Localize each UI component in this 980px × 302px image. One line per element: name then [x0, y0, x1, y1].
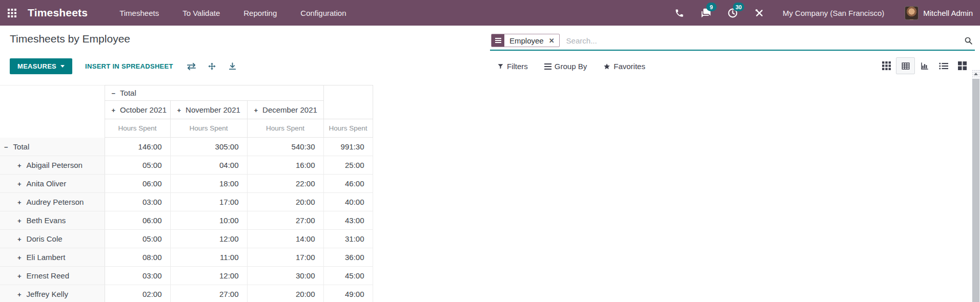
expand-icon[interactable]: + — [17, 217, 22, 225]
flip-axis-icon[interactable] — [187, 61, 197, 72]
grid-icon — [8, 9, 16, 17]
col-header-november[interactable]: +November 2021 — [170, 101, 247, 119]
row-header-employee[interactable]: +Audrey Peterson — [0, 193, 105, 211]
page-title: Timesheets by Employee — [10, 33, 130, 45]
cell: 16:00 — [247, 156, 323, 175]
filters-label: Filters — [507, 62, 528, 71]
activities-badge: 30 — [733, 3, 744, 11]
menu-to-validate[interactable]: To Validate — [182, 9, 220, 17]
table-row: +Ernest Reed 03:00 12:00 30:00 45:00 — [0, 267, 373, 285]
pivot-toolbar: MEASURES INSERT IN SPREADSHEET — [10, 58, 238, 74]
cell: 06:00 — [105, 211, 170, 230]
cell: 17:00 — [247, 248, 323, 267]
cell: 27:00 — [247, 211, 323, 230]
app-brand[interactable]: Timesheets — [28, 7, 88, 19]
user-menu[interactable]: Mitchell Admin — [905, 6, 973, 20]
expand-icon[interactable]: + — [17, 254, 22, 262]
menu-timesheets[interactable]: Timesheets — [119, 9, 159, 17]
developer-tools-icon[interactable] — [753, 6, 766, 19]
expand-all-icon[interactable] — [207, 61, 217, 72]
menu-reporting[interactable]: Reporting — [243, 9, 277, 17]
apps-menu-icon[interactable] — [0, 0, 24, 26]
group-by-bars-icon — [544, 63, 552, 70]
measure-header[interactable]: Hours Spent — [247, 119, 323, 138]
facet-remove-icon[interactable]: ✕ — [548, 34, 559, 47]
col-header-december[interactable]: +December 2021 — [247, 101, 323, 119]
view-pivot-button[interactable] — [896, 57, 915, 74]
voip-phone-icon[interactable] — [673, 6, 686, 19]
search-options: Filters Group By Favorites — [497, 58, 645, 74]
menu-configuration[interactable]: Configuration — [300, 9, 346, 17]
view-grid-button[interactable] — [877, 57, 896, 74]
expand-icon[interactable]: + — [17, 180, 22, 188]
measures-button[interactable]: MEASURES — [10, 58, 72, 74]
group-by-menu[interactable]: Group By — [544, 62, 587, 71]
table-row: +Beth Evans 06:00 10:00 27:00 43:00 — [0, 211, 373, 230]
collapse-icon[interactable]: − — [112, 90, 116, 97]
company-selector[interactable]: My Company (San Francisco) — [783, 9, 884, 17]
cell: 46:00 — [323, 175, 373, 193]
expand-icon[interactable]: + — [17, 162, 22, 169]
vertical-scrollbar[interactable] — [972, 70, 980, 302]
pivot-corner-cell — [0, 85, 105, 138]
table-row: +Anita Oliver 06:00 18:00 22:00 46:00 — [0, 175, 373, 193]
expand-icon[interactable]: + — [254, 106, 258, 114]
top-nav: Timesheets Timesheets To Validate Report… — [0, 0, 980, 26]
row-header-total[interactable]: −Total — [0, 138, 105, 156]
expand-icon[interactable]: + — [17, 199, 22, 206]
groupby-facet-employee[interactable]: Employee ✕ — [491, 34, 560, 47]
groupby-bars-icon — [492, 34, 504, 47]
row-header-employee[interactable]: +Eli Lambert — [0, 248, 105, 267]
chevron-down-icon — [60, 65, 65, 68]
measure-header[interactable]: Hours Spent — [170, 119, 247, 138]
filters-menu[interactable]: Filters — [497, 62, 528, 71]
row-header-employee[interactable]: +Ernest Reed — [0, 267, 105, 285]
expand-icon[interactable]: + — [112, 106, 116, 114]
col-header-october[interactable]: +October 2021 — [105, 101, 170, 119]
cell: 540:30 — [247, 138, 323, 156]
cell: 991:30 — [323, 138, 373, 156]
view-list-button[interactable] — [934, 57, 953, 74]
messages-icon[interactable]: 9 — [700, 6, 713, 19]
scroll-up-arrow[interactable] — [972, 70, 980, 78]
row-header-employee[interactable]: +Beth Evans — [0, 211, 105, 230]
col-header-grand-total[interactable] — [323, 85, 373, 119]
search-bar: Employee ✕ — [490, 31, 975, 51]
messages-badge: 9 — [706, 3, 717, 11]
row-header-employee[interactable]: +Anita Oliver — [0, 175, 105, 193]
table-row: +Abigail Peterson 05:00 04:00 16:00 25:0… — [0, 156, 373, 175]
search-icon[interactable] — [962, 36, 975, 45]
expand-icon[interactable]: + — [177, 106, 181, 114]
cell: 14:00 — [247, 230, 323, 248]
scrollbar-thumb[interactable] — [972, 79, 979, 302]
insert-in-spreadsheet-button[interactable]: INSERT IN SPREADSHEET — [85, 62, 173, 70]
cell: 18:00 — [170, 175, 247, 193]
table-row-total: −Total 146:00 305:00 540:30 991:30 — [0, 138, 373, 156]
activities-clock-icon[interactable]: 30 — [726, 6, 740, 19]
download-icon[interactable] — [228, 61, 238, 72]
expand-icon[interactable]: + — [17, 235, 22, 243]
cell: 22:00 — [247, 175, 323, 193]
cell: 30:00 — [247, 267, 323, 285]
view-kanban-button[interactable] — [953, 57, 972, 74]
row-header-employee[interactable]: +Doris Cole — [0, 230, 105, 248]
view-graph-button[interactable] — [915, 57, 934, 74]
row-header-employee[interactable]: +Jeffrey Kelly — [0, 285, 105, 302]
cell: 03:00 — [105, 267, 170, 285]
search-input[interactable] — [566, 36, 962, 45]
measure-header[interactable]: Hours Spent — [323, 119, 373, 138]
collapse-icon[interactable]: − — [4, 143, 8, 151]
cell: 11:00 — [170, 248, 247, 267]
col-header-total[interactable]: −Total — [105, 85, 323, 101]
row-header-employee[interactable]: +Abigail Peterson — [0, 156, 105, 175]
expand-icon[interactable]: + — [17, 272, 22, 280]
expand-icon[interactable]: + — [17, 291, 22, 298]
cell: 31:00 — [323, 230, 373, 248]
measure-header[interactable]: Hours Spent — [105, 119, 170, 138]
table-row: +Audrey Peterson 03:00 17:00 20:00 40:00 — [0, 193, 373, 211]
avatar — [905, 6, 918, 20]
cell: 05:00 — [105, 230, 170, 248]
favorites-menu[interactable]: Favorites — [603, 62, 645, 71]
pivot-table-container: −Total +October 2021 +November 2021 +Dec… — [0, 85, 373, 302]
cell: 02:00 — [105, 285, 170, 302]
